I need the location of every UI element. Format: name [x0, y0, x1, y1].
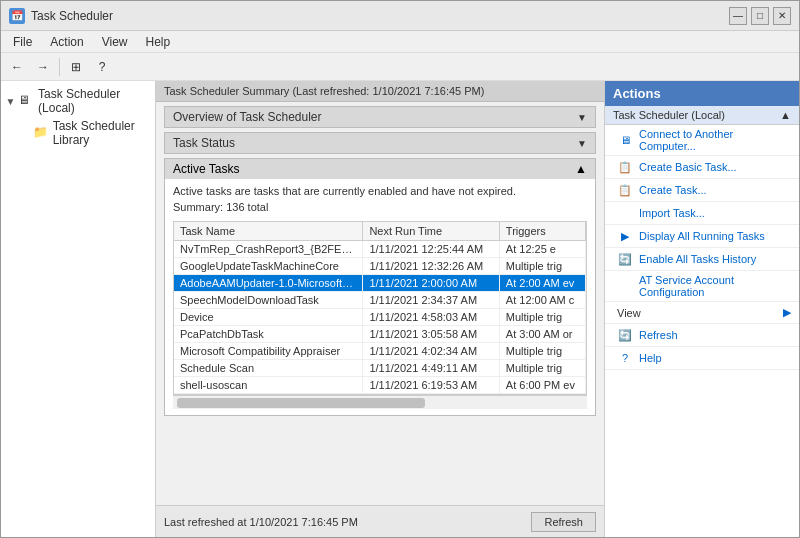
- toolbar-separator-1: [59, 58, 60, 76]
- action-text: Connect to Another Computer...: [639, 128, 791, 152]
- menu-action[interactable]: Action: [42, 33, 91, 51]
- task-name-cell: Schedule Scan: [174, 360, 363, 377]
- submenu-arrow-icon: ▶: [783, 306, 791, 319]
- right-panel: Actions Task Scheduler (Local) ▲ 🖥Connec…: [604, 81, 799, 537]
- triggers-cell: Multiple trig: [499, 343, 585, 360]
- overview-section[interactable]: Overview of Task Scheduler ▼: [164, 106, 596, 128]
- help-button[interactable]: ?: [90, 56, 114, 78]
- next-run-cell: 1/11/2021 4:58:03 AM: [363, 309, 499, 326]
- horizontal-scrollbar-area[interactable]: [173, 395, 587, 409]
- table-row[interactable]: AdobeAAMUpdater-1.0-MicrosoftAccount-pi.…: [174, 275, 586, 292]
- action-item-create-basic-task-[interactable]: 📋Create Basic Task...: [605, 156, 799, 179]
- action-text: View: [617, 307, 641, 319]
- menu-help[interactable]: Help: [138, 33, 179, 51]
- computer-icon: 🖥: [18, 93, 34, 109]
- task-name-cell: PcaPatchDbTask: [174, 326, 363, 343]
- task-name-cell: Microsoft Compatibility Appraiser: [174, 343, 363, 360]
- forward-button[interactable]: →: [31, 56, 55, 78]
- table-row[interactable]: shell-usoscan1/11/2021 6:19:53 AMAt 6:00…: [174, 377, 586, 394]
- window-title: Task Scheduler: [31, 9, 113, 23]
- table-row[interactable]: Microsoft Compatibility Appraiser1/11/20…: [174, 343, 586, 360]
- action-item-view[interactable]: View ▶: [605, 302, 799, 324]
- table-row[interactable]: PcaPatchDbTask1/11/2021 3:05:58 AMAt 3:0…: [174, 326, 586, 343]
- active-tasks-description: Active tasks are tasks that are currentl…: [173, 185, 587, 197]
- tree-item-local[interactable]: ▼ 🖥 Task Scheduler (Local): [1, 85, 155, 117]
- title-bar: 📅 Task Scheduler — □ ✕: [1, 1, 799, 31]
- minimize-button[interactable]: —: [729, 7, 747, 25]
- task-name-cell: Device: [174, 309, 363, 326]
- next-run-cell: 1/11/2021 2:00:00 AM: [363, 275, 499, 292]
- main-window: 📅 Task Scheduler — □ ✕ File Action View …: [0, 0, 800, 538]
- action-icon: 📋: [617, 182, 633, 198]
- task-status-arrow-icon: ▼: [577, 138, 587, 149]
- new-window-button[interactable]: ⊞: [64, 56, 88, 78]
- action-text: AT Service Account Configuration: [639, 274, 791, 298]
- col-header-triggers[interactable]: Triggers: [499, 222, 585, 241]
- action-item-import-task-[interactable]: Import Task...: [605, 202, 799, 225]
- active-tasks-header[interactable]: Active Tasks ▲: [165, 159, 595, 179]
- bottom-refresh-button[interactable]: Refresh: [531, 512, 596, 532]
- tree-label-local: Task Scheduler (Local): [38, 87, 151, 115]
- menu-file[interactable]: File: [5, 33, 40, 51]
- action-text: Import Task...: [639, 207, 705, 219]
- title-bar-left: 📅 Task Scheduler: [9, 8, 113, 24]
- action-item-at-service-account-configuration[interactable]: AT Service Account Configuration: [605, 271, 799, 302]
- center-panel: Task Scheduler Summary (Last refreshed: …: [156, 81, 604, 537]
- task-name-cell: shell-usoscan: [174, 377, 363, 394]
- action-icon: ▶: [617, 228, 633, 244]
- menu-bar: File Action View Help: [1, 31, 799, 53]
- action-item-help[interactable]: ?Help: [605, 347, 799, 370]
- menu-view[interactable]: View: [94, 33, 136, 51]
- action-text: Help: [639, 352, 662, 364]
- action-submenu-view: View ▶: [617, 306, 791, 319]
- tree-item-library[interactable]: 📁 Task Scheduler Library: [1, 117, 155, 149]
- next-run-cell: 1/11/2021 4:02:34 AM: [363, 343, 499, 360]
- action-icon: 🔄: [617, 327, 633, 343]
- task-name-cell: SpeechModelDownloadTask: [174, 292, 363, 309]
- triggers-cell: At 12:25 e: [499, 241, 585, 258]
- main-content: ▼ 🖥 Task Scheduler (Local) 📁 Task Schedu…: [1, 81, 799, 537]
- actions-header: Actions: [605, 81, 799, 106]
- overview-label: Overview of Task Scheduler: [173, 110, 322, 124]
- triggers-cell: Multiple trig: [499, 309, 585, 326]
- action-icon: ?: [617, 350, 633, 366]
- status-text: Last refreshed at 1/10/2021 7:16:45 PM: [164, 516, 358, 528]
- next-run-cell: 1/11/2021 6:19:53 AM: [363, 377, 499, 394]
- expand-icon: ▼: [5, 95, 16, 107]
- close-button[interactable]: ✕: [773, 7, 791, 25]
- triggers-cell: At 12:00 AM c: [499, 292, 585, 309]
- maximize-button[interactable]: □: [751, 7, 769, 25]
- action-text: Enable All Tasks History: [639, 253, 756, 265]
- overview-arrow-icon: ▼: [577, 112, 587, 123]
- tasks-table-wrapper: Task Name Next Run Time Triggers NvTmRep…: [173, 221, 587, 395]
- table-row[interactable]: NvTmRep_CrashReport3_{B2FE1952-0186-46C.…: [174, 241, 586, 258]
- table-row[interactable]: Schedule Scan1/11/2021 4:49:11 AMMultipl…: [174, 360, 586, 377]
- action-item-display-all-running-tasks[interactable]: ▶Display All Running Tasks: [605, 225, 799, 248]
- next-run-cell: 1/11/2021 4:49:11 AM: [363, 360, 499, 377]
- table-row[interactable]: Device1/11/2021 4:58:03 AMMultiple trig: [174, 309, 586, 326]
- left-panel: ▼ 🖥 Task Scheduler (Local) 📁 Task Schedu…: [1, 81, 156, 537]
- task-status-section[interactable]: Task Status ▼: [164, 132, 596, 154]
- col-header-next-run[interactable]: Next Run Time: [363, 222, 499, 241]
- next-run-cell: 1/11/2021 3:05:58 AM: [363, 326, 499, 343]
- action-item-connect-to-another-computer-[interactable]: 🖥Connect to Another Computer...: [605, 125, 799, 156]
- table-header-row: Task Name Next Run Time Triggers: [174, 222, 586, 241]
- action-item-create-task-[interactable]: 📋Create Task...: [605, 179, 799, 202]
- action-text: Create Basic Task...: [639, 161, 737, 173]
- action-item-enable-all-tasks-history[interactable]: 🔄Enable All Tasks History: [605, 248, 799, 271]
- table-row[interactable]: GoogleUpdateTaskMachineCore1/11/2021 12:…: [174, 258, 586, 275]
- table-row[interactable]: SpeechModelDownloadTask1/11/2021 2:34:37…: [174, 292, 586, 309]
- status-bar: Last refreshed at 1/10/2021 7:16:45 PM R…: [156, 505, 604, 537]
- triggers-cell: Multiple trig: [499, 258, 585, 275]
- folder-icon: 📁: [33, 125, 49, 141]
- triggers-cell: Multiple trig: [499, 360, 585, 377]
- action-item-refresh[interactable]: 🔄Refresh: [605, 324, 799, 347]
- col-header-task-name[interactable]: Task Name: [174, 222, 363, 241]
- horizontal-scrollbar[interactable]: [177, 398, 425, 408]
- actions-section-arrow-icon: ▲: [780, 109, 791, 121]
- back-button[interactable]: ←: [5, 56, 29, 78]
- active-tasks-summary: Summary: 136 total: [173, 201, 587, 213]
- active-tasks-arrow-icon: ▲: [575, 162, 587, 176]
- tree-label-library: Task Scheduler Library: [53, 119, 151, 147]
- center-content: Overview of Task Scheduler ▼ Task Status…: [156, 102, 604, 505]
